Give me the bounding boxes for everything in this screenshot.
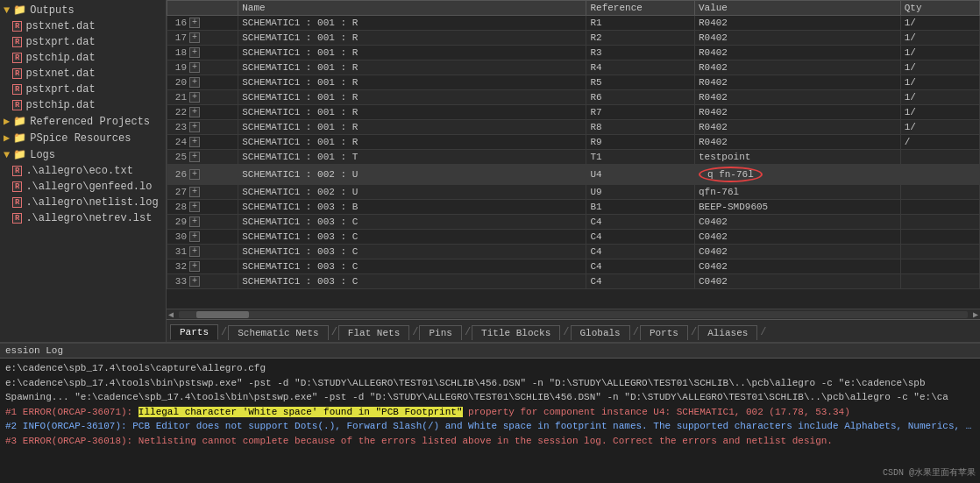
- tab-parts[interactable]: Parts: [170, 324, 218, 340]
- table-row[interactable]: 25+SCHEMATIC1 : 001 : TT1testpoint: [167, 150, 980, 165]
- sidebar-item-logs[interactable]: ▼ 📁 Logs: [0, 146, 166, 163]
- table-row[interactable]: 19+SCHEMATIC1 : 001 : RR4R04021/: [167, 60, 980, 75]
- logs-arrow: ▼: [4, 149, 10, 161]
- session-log-content[interactable]: e:\cadence\spb_17.4\tools\capture\allegr…: [0, 359, 980, 483]
- table-row[interactable]: 24+SCHEMATIC1 : 001 : RR9R0402/: [167, 135, 980, 150]
- row-number: 16: [171, 18, 187, 28]
- hscroll-thumb: [196, 311, 249, 318]
- row-number: 24: [171, 137, 187, 147]
- sidebar-item-pstchip2[interactable]: R pstchip.dat: [0, 97, 166, 113]
- r-badge-7: R: [12, 166, 22, 176]
- table-row[interactable]: 27+SCHEMATIC1 : 002 : UU9qfn-76l: [167, 185, 980, 200]
- expand-button[interactable]: +: [189, 202, 200, 212]
- tab-pins[interactable]: Pins: [419, 325, 461, 340]
- expand-button[interactable]: +: [189, 231, 200, 242]
- cell-value: R0402: [694, 105, 900, 120]
- sidebar-item-pstchip1[interactable]: R pstchip.dat: [0, 50, 166, 66]
- cell-ref: C4: [586, 259, 695, 274]
- scroll-right-arrow[interactable]: ▶: [971, 309, 980, 320]
- row-number: 31: [171, 246, 187, 257]
- expand-button[interactable]: +: [189, 62, 200, 73]
- table-row[interactable]: 29+SCHEMATIC1 : 003 : CC4C0402: [167, 215, 980, 230]
- table-row[interactable]: 26+SCHEMATIC1 : 002 : UU4q fn-76l: [167, 165, 980, 185]
- expand-button[interactable]: +: [189, 276, 200, 287]
- row-number: 23: [171, 122, 187, 132]
- cell-ref: C4: [586, 215, 695, 230]
- cell-num: 21+: [167, 90, 238, 105]
- expand-button[interactable]: +: [189, 92, 200, 103]
- cell-num: 29+: [167, 215, 238, 230]
- tab-schematic-nets[interactable]: Schematic Nets: [228, 325, 328, 340]
- cell-ref: R8: [586, 120, 695, 135]
- tab-title-blocks[interactable]: Title Blocks: [472, 325, 560, 340]
- sidebar-item-pstxprt1[interactable]: R pstxprt.dat: [0, 34, 166, 50]
- table-row[interactable]: 28+SCHEMATIC1 : 003 : BB1BEEP-SMD9605: [167, 200, 980, 215]
- expand-button[interactable]: +: [189, 261, 200, 272]
- sidebar-item-pstxnet2[interactable]: R pstxnet.dat: [0, 66, 166, 82]
- expand-button[interactable]: +: [189, 32, 200, 43]
- expand-button[interactable]: +: [189, 246, 200, 257]
- cell-num: 16+: [167, 16, 238, 31]
- sidebar-item-pstxprt2[interactable]: R pstxprt.dat: [0, 82, 166, 97]
- r-badge-2: R: [12, 37, 22, 47]
- scroll-left-arrow[interactable]: ◀: [167, 309, 175, 320]
- cell-value: R0402: [694, 16, 900, 31]
- tab-ports[interactable]: Ports: [640, 325, 688, 340]
- table-hscroll[interactable]: ◀ ▶: [167, 309, 980, 319]
- table-scroll[interactable]: Name Reference Value Qty 16+SCHEMATIC1 :…: [167, 0, 980, 309]
- table-row[interactable]: 32+SCHEMATIC1 : 003 : CC4C0402: [167, 259, 980, 274]
- cell-num: 24+: [167, 135, 238, 150]
- log-line: Spawning... "e:\cadence\spb_17.4\tools\b…: [5, 390, 975, 405]
- table-row[interactable]: 17+SCHEMATIC1 : 001 : RR2R04021/: [167, 31, 980, 46]
- table-row[interactable]: 21+SCHEMATIC1 : 001 : RR6R04021/: [167, 90, 980, 105]
- row-number: 25: [171, 152, 187, 162]
- session-log-header: ession Log: [0, 344, 980, 359]
- expand-button[interactable]: +: [189, 47, 200, 58]
- r-badge-8: R: [12, 181, 22, 192]
- cell-num: 28+: [167, 200, 238, 215]
- expand-button[interactable]: +: [189, 152, 200, 162]
- r-badge-10: R: [12, 213, 22, 224]
- expand-button[interactable]: +: [189, 169, 200, 180]
- sidebar-item-genfeed[interactable]: R .\allegro\genfeed.lo: [0, 179, 166, 195]
- table-row[interactable]: 22+SCHEMATIC1 : 001 : RR7R04021/: [167, 105, 980, 120]
- col-header-num: [167, 1, 238, 16]
- cell-num: 27+: [167, 185, 238, 200]
- expand-button[interactable]: +: [189, 18, 200, 28]
- log-highlight-text: Illegal character 'White space' found in…: [138, 407, 463, 417]
- table-row[interactable]: 23+SCHEMATIC1 : 001 : RR8R04021/: [167, 120, 980, 135]
- expand-button[interactable]: +: [189, 217, 200, 227]
- table-row[interactable]: 33+SCHEMATIC1 : 003 : CC4C0402: [167, 274, 980, 289]
- tab-flat-nets[interactable]: Flat Nets: [338, 325, 409, 340]
- pstxprt1-label: pstxprt.dat: [25, 36, 95, 48]
- cell-qty: [900, 274, 979, 289]
- expand-button[interactable]: +: [189, 122, 200, 132]
- table-row[interactable]: 30+SCHEMATIC1 : 003 : CC4C0402: [167, 230, 980, 245]
- sidebar-item-pstxnet1[interactable]: R pstxnet.dat: [0, 18, 166, 34]
- expand-button[interactable]: +: [189, 107, 200, 117]
- tab-aliases[interactable]: Aliases: [698, 325, 757, 340]
- col-header-ref: Reference: [586, 1, 695, 16]
- cell-qty: 1/: [900, 90, 979, 105]
- cell-qty: 1/: [900, 120, 979, 135]
- table-row[interactable]: 16+SCHEMATIC1 : 001 : RR1R04021/: [167, 16, 980, 31]
- sidebar-item-outputs[interactable]: ▼ 📁 Outputs: [0, 2, 166, 18]
- sidebar-item-pspice[interactable]: ▶ 📁 PSpice Resources: [0, 130, 166, 146]
- sidebar-item-referenced[interactable]: ▶ 📁 Referenced Projects: [0, 113, 166, 130]
- cell-name: SCHEMATIC1 : 002 : U: [238, 165, 586, 185]
- table-row[interactable]: 20+SCHEMATIC1 : 001 : RR5R04021/: [167, 75, 980, 90]
- sidebar-item-netrev[interactable]: R .\allegro\netrev.lst: [0, 210, 166, 226]
- cell-qty: [900, 200, 979, 215]
- outputs-label: Outputs: [30, 4, 74, 17]
- expand-button[interactable]: +: [189, 77, 200, 88]
- table-row[interactable]: 18+SCHEMATIC1 : 001 : RR3R04021/: [167, 46, 980, 60]
- sidebar-item-netlist[interactable]: R .\allegro\netlist.log: [0, 195, 166, 210]
- table-row[interactable]: 31+SCHEMATIC1 : 003 : CC4C0402: [167, 245, 980, 259]
- sidebar-item-eco[interactable]: R .\allegro\eco.txt: [0, 163, 166, 179]
- expand-button[interactable]: +: [189, 187, 200, 197]
- tab-globals[interactable]: Globals: [571, 325, 630, 340]
- cell-name: SCHEMATIC1 : 001 : R: [238, 90, 586, 105]
- expand-button[interactable]: +: [189, 137, 200, 147]
- cell-qty: 1/: [900, 105, 979, 120]
- cell-name: SCHEMATIC1 : 001 : R: [238, 31, 586, 46]
